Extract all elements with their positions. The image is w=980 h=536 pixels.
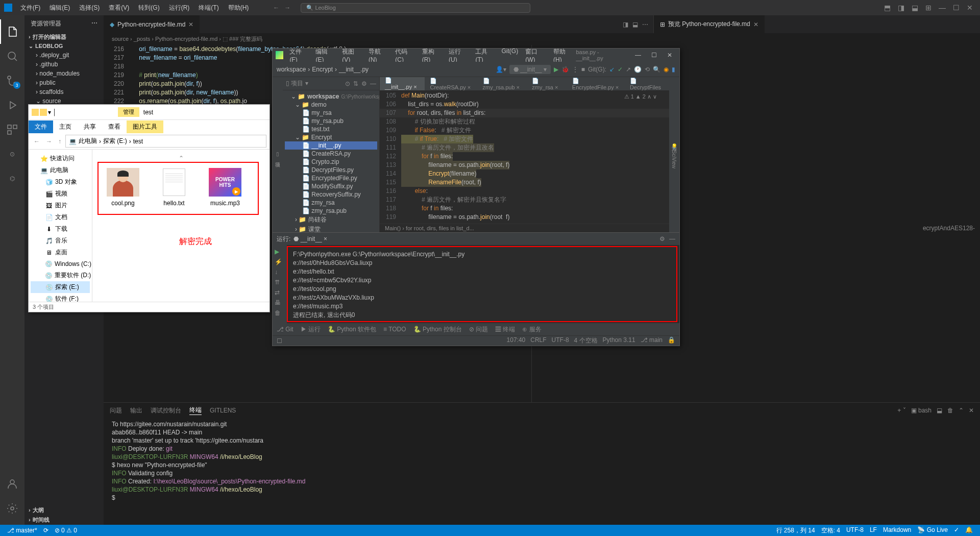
tab-problems[interactable]: 问题 [110,406,122,415]
menu-goto[interactable]: 转到(G) [134,2,163,14]
minimize-icon[interactable]: — [631,51,645,60]
tree-public[interactable]: › public [24,78,104,87]
terminal-shell[interactable]: ▣ bash [911,407,932,414]
nav-item[interactable]: 📄文档 [31,211,90,223]
stop-icon[interactable]: ⚡ [275,258,285,265]
nav-item[interactable]: 💿重要软件 (D:) [31,270,90,281]
status-lock-icon[interactable]: 🔒 [668,336,675,345]
activity-extensions-icon[interactable] [0,117,24,142]
sidebar-more-icon[interactable]: ⋯ [91,19,97,28]
menu-run[interactable]: 运行(R) [165,2,194,14]
menu-help[interactable]: 帮助(H) [224,2,253,14]
add-terminal-icon[interactable]: + ˅ [897,407,905,414]
forward-icon[interactable]: → [44,138,54,145]
up-icon[interactable]: ↑ [56,138,63,145]
ribbon-picture-tools[interactable]: 图片工具 [127,120,163,133]
activity-account-icon[interactable] [0,472,24,496]
section-timeline[interactable]: 时间线 [24,515,104,525]
tree-item[interactable]: 📄 __init__.py [285,141,377,150]
nav-item[interactable]: 💿Windows (C:) [31,258,90,270]
status-encoding[interactable]: UTF-8 [843,526,867,535]
menu-edit[interactable]: 编辑(E) [45,2,74,14]
tree-root[interactable]: ⌄ 📁 workspace G:\Python\workspace [285,92,377,101]
run-tab[interactable]: ⬣ __init__ × [293,235,327,242]
activity-search-icon[interactable] [0,44,24,68]
select-opened-icon[interactable]: ⊙ [345,80,350,87]
right-tool-buttons[interactable]: 通知 💡 SciView [669,77,679,232]
project-tool-button[interactable]: ▯ 项目 [273,77,283,232]
layout-icon[interactable]: ⬓ [909,2,921,14]
expand-all-icon[interactable]: ⇅ [353,80,358,87]
tree-item[interactable]: 📄 DecryptFiles.py [285,166,377,174]
ribbon-home[interactable]: 主页 [53,120,78,133]
code-breadcrumb[interactable]: Main() › for root, dirs, files in list_d… [380,224,669,232]
tree-node-modules[interactable]: › node_modules [24,69,104,78]
menu-terminal[interactable]: 终端(T) [194,2,223,14]
file-hello-txt[interactable]: hello.txt [154,168,194,207]
explorer-content[interactable]: ⌃ cool.png hello.txt [92,150,270,302]
stop-icon[interactable]: ■ [581,66,585,73]
run-icon[interactable]: ▶ [554,66,558,73]
search-icon[interactable]: 🔍 [653,66,660,73]
more-icon[interactable]: ⋯ [642,21,648,28]
tree-item[interactable]: 📄 zmy_rsa.pub [285,207,377,215]
command-center[interactable]: 🔍 LeoBlog [301,3,530,13]
layout-icon[interactable]: ◨ [895,2,908,14]
tree-item[interactable]: ⌄ 📁 Encrypt [285,133,377,141]
nav-item[interactable]: ⬇下载 [31,223,90,235]
nav-item[interactable]: 🖼图片 [31,200,90,211]
close-panel-icon[interactable]: ✕ [969,407,974,414]
run-output[interactable]: F:\Python\python.exe G:\Python\workspace… [287,246,677,322]
status-encoding[interactable]: UTF-8 [552,336,569,345]
status-problems[interactable]: ⊘ 0 ⚠ 0 [52,527,80,534]
tree-item[interactable]: 📄 RecoverySuffix.py [285,190,377,199]
rollback-icon[interactable]: ⟲ [645,66,650,73]
bottom-tool[interactable]: 🐍 Python 软件包 [328,325,376,334]
tree-item[interactable]: ⌄ 📁 demo [285,101,377,109]
status-lang[interactable]: Markdown [880,526,914,535]
close-icon[interactable]: ✕ [964,2,976,14]
git-push-icon[interactable]: ↗ [626,66,631,73]
git-update-icon[interactable]: ↙ [609,66,615,73]
tree-item[interactable]: › 📁 课堂 [285,225,377,232]
bottom-tool[interactable]: ⎇ Git [277,326,293,333]
tree-item[interactable]: 📄 test.txt [285,125,377,133]
tree-item[interactable]: › 📁 尚硅谷 [285,215,377,225]
activity-remote-icon[interactable]: ⊙ [0,142,24,166]
status-cursor[interactable]: 107:40 [507,336,526,345]
hide-icon[interactable]: — [370,80,376,87]
split-terminal-icon[interactable]: ⬓ [937,407,942,414]
tab-debug[interactable]: 调试控制台 [151,406,181,415]
breadcrumb[interactable]: source › _posts › Python-encrypted-file.… [104,33,980,45]
nav-item[interactable]: 🧊3D 对象 [31,176,90,188]
nav-item[interactable]: 💿探索 (E:) [31,281,90,293]
terminal-output[interactable]: To https://gitee.com/nustarain/nustarain… [104,418,980,525]
activity-scm-icon[interactable]: 3 [0,68,24,93]
tree-item[interactable]: 📄 zmy_rsa [285,199,377,207]
status-cursor[interactable]: 行 258，列 14 [773,526,818,535]
tree-item[interactable]: 📄 Crypto.zip [285,158,377,166]
up-icon[interactable]: ⇈ [275,279,285,286]
maximize-icon[interactable]: ☐ [950,2,963,14]
activity-settings-icon[interactable] [0,496,24,521]
back-icon[interactable]: ← [32,138,42,145]
tree-item[interactable]: 📄 EncryptedFile.py [285,174,377,182]
status-eol[interactable]: CRLF [530,336,546,345]
inspection-notice[interactable]: ⚠ 1 ▲ 2 ∧ ∨ [624,92,657,101]
status-branch[interactable]: ⎇ master* [4,527,40,534]
user-icon[interactable]: 👤▾ [496,66,506,73]
code-editor[interactable]: ⚠ 1 ▲ 2 ∧ ∨ 105def Main(rootDir):106 lis… [380,90,669,224]
more-run-icon[interactable]: ⋮ [572,66,578,73]
ribbon-file[interactable]: 文件 [29,120,53,133]
bottom-tool[interactable]: ▶ 运行 [301,325,321,334]
editor-tab-markdown[interactable]: ◆ Python-encrypted-file.md ✕ [104,15,200,33]
split-icon[interactable]: ◨ [623,21,628,28]
nav-item[interactable]: 🎵音乐 [31,235,90,247]
menu-selection[interactable]: 选择(S) [75,2,104,14]
nav-item[interactable]: 💿软件 (F:) [31,293,90,302]
trash-icon[interactable]: 🗑 [275,309,285,316]
status-sync-icon[interactable]: ⟳ [40,527,52,534]
file-music-mp3[interactable]: POWERHITS▶ music.mp3 [205,168,246,207]
editor-tab[interactable]: 📄 CreateRSA.py × [425,77,477,90]
history-icon[interactable]: 🕐 [634,66,642,73]
